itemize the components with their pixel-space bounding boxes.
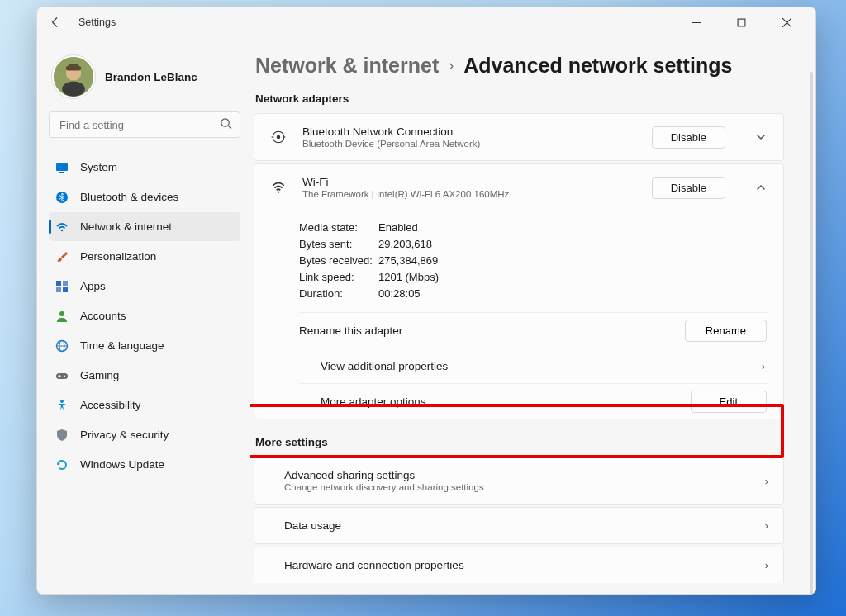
page-title: Advanced network settings [463, 54, 732, 78]
svg-point-31 [277, 135, 281, 140]
sidebar-item-update[interactable]: Windows Update [49, 450, 240, 479]
search-icon [220, 117, 232, 133]
svg-point-19 [59, 311, 64, 316]
adapter-card-wifi: Wi-Fi The Framework | Intel(R) Wi-Fi 6 A… [254, 163, 784, 419]
svg-point-14 [61, 229, 64, 231]
chevron-right-icon: › [765, 519, 768, 532]
breadcrumb: Network & internet › Advanced network se… [255, 54, 784, 78]
adapter-status-table: Media state:Enabled Bytes sent:29,203,61… [299, 211, 768, 312]
section-title-more: More settings [255, 436, 784, 448]
nav-list: System Bluetooth & devices Network & int… [49, 153, 240, 479]
adapter-description: Bluetooth Device (Personal Area Network) [302, 139, 637, 149]
chevron-right-icon: › [449, 57, 454, 74]
row-subtitle: Change network discovery and sharing set… [284, 482, 760, 492]
shield-icon [55, 429, 69, 442]
close-icon [782, 18, 791, 27]
rename-adapter-row: Rename this adapter Rename [299, 312, 768, 348]
sidebar-item-bluetooth[interactable]: Bluetooth & devices [49, 182, 240, 211]
wifi-icon [55, 220, 69, 234]
maximize-button[interactable] [729, 10, 753, 35]
more-adapter-options-row: More adapter options Edit [299, 383, 768, 419]
monitor-icon [55, 161, 69, 174]
svg-rect-18 [63, 287, 68, 292]
sidebar-item-label: Windows Update [80, 458, 164, 471]
more-settings-group: Advanced sharing settings Change network… [254, 457, 784, 583]
sidebar-item-label: Bluetooth & devices [80, 191, 178, 203]
bluetooth-adapter-icon [269, 130, 288, 145]
search-box [49, 111, 240, 138]
app-title: Settings [78, 17, 116, 28]
user-block[interactable]: Brandon LeBlanc [49, 49, 240, 111]
row-title: Data usage [284, 519, 760, 532]
sidebar-item-accounts[interactable]: Accounts [49, 301, 240, 330]
view-properties-row[interactable]: View additional properties › [299, 348, 768, 383]
sidebar-item-label: Time & language [80, 339, 164, 352]
detail-value: 29,203,618 [378, 236, 432, 253]
accessibility-icon [55, 399, 69, 412]
row-label: View additional properties [321, 360, 762, 372]
wifi-details: Media state:Enabled Bytes sent:29,203,61… [254, 211, 783, 419]
sidebar-item-label: Accounts [80, 310, 126, 322]
sidebar-item-label: Personalization [80, 250, 156, 263]
sidebar-item-privacy[interactable]: Privacy & security [49, 420, 240, 449]
rename-button[interactable]: Rename [685, 320, 767, 342]
svg-rect-11 [56, 163, 68, 171]
back-button[interactable] [45, 12, 65, 32]
detail-key: Media state: [299, 220, 378, 236]
sidebar-item-network[interactable]: Network & internet [49, 212, 240, 241]
sidebar-item-label: Apps [80, 280, 106, 292]
svg-point-27 [60, 400, 64, 403]
detail-key: Bytes received: [299, 253, 378, 269]
sidebar-item-apps[interactable]: Apps [49, 272, 240, 301]
avatar [52, 55, 95, 98]
chevron-up-icon[interactable] [753, 182, 768, 192]
sidebar: Brandon LeBlanc System Bluetooth & devic… [37, 37, 250, 594]
wifi-adapter-icon [269, 180, 288, 195]
detail-key: Duration: [299, 286, 378, 302]
row-label: More adapter options [321, 396, 691, 408]
disable-button[interactable]: Disable [652, 177, 725, 199]
sidebar-item-time-language[interactable]: Time & language [49, 331, 240, 360]
clock-globe-icon [55, 339, 69, 353]
svg-point-32 [278, 192, 279, 193]
bluetooth-icon [55, 191, 69, 204]
svg-rect-7 [69, 64, 79, 69]
sidebar-item-personalization[interactable]: Personalization [49, 242, 240, 271]
edit-button[interactable]: Edit [691, 391, 767, 413]
data-usage-row[interactable]: Data usage › [254, 507, 784, 544]
advanced-sharing-row[interactable]: Advanced sharing settings Change network… [254, 457, 784, 505]
chevron-down-icon[interactable] [753, 132, 768, 142]
svg-line-10 [228, 126, 231, 129]
minimize-icon [692, 18, 701, 27]
gamepad-icon [55, 369, 69, 382]
svg-point-8 [62, 82, 85, 97]
hardware-properties-row[interactable]: Hardware and connection properties › [254, 547, 784, 583]
user-name: Brandon LeBlanc [105, 71, 197, 83]
svg-rect-1 [738, 19, 745, 26]
minimize-button[interactable] [683, 10, 708, 35]
sidebar-item-label: Network & internet [80, 220, 172, 233]
adapters-group: Bluetooth Network Connection Bluetooth D… [254, 113, 784, 419]
sidebar-item-gaming[interactable]: Gaming [49, 361, 240, 390]
apps-icon [55, 280, 69, 293]
detail-value: 00:28:05 [378, 286, 421, 302]
svg-point-24 [64, 375, 65, 377]
sidebar-item-label: Gaming [80, 369, 119, 381]
breadcrumb-parent[interactable]: Network & internet [255, 54, 439, 78]
search-input[interactable] [49, 111, 240, 138]
back-arrow-icon [50, 17, 61, 28]
detail-value: 275,384,869 [378, 253, 438, 269]
scrollbar[interactable] [810, 72, 813, 594]
maximize-icon [737, 18, 746, 27]
settings-window: Settings Brandon LeBlanc System Bluetoot… [36, 7, 816, 595]
detail-value: 1201 (Mbps) [378, 269, 439, 286]
svg-point-9 [221, 119, 229, 126]
sidebar-item-system[interactable]: System [49, 153, 240, 182]
svg-rect-17 [56, 287, 61, 292]
titlebar: Settings [37, 7, 815, 37]
sidebar-item-accessibility[interactable]: Accessibility [49, 391, 240, 419]
update-icon [55, 458, 69, 471]
disable-button[interactable]: Disable [652, 126, 725, 149]
close-button[interactable] [774, 10, 799, 35]
adapter-description: The Framework | Intel(R) Wi-Fi 6 AX200 1… [302, 189, 637, 199]
